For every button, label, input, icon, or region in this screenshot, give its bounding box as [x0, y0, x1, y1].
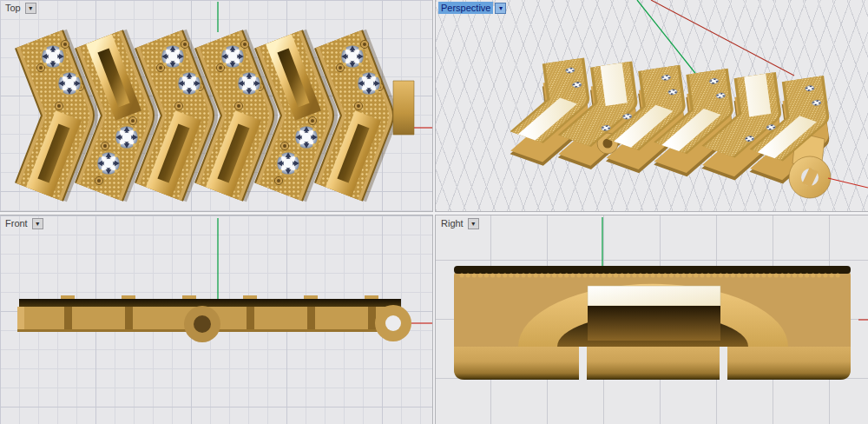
viewport-front-canvas	[0, 215, 432, 424]
x-axis-line-far	[828, 178, 868, 188]
viewport-front[interactable]: Front ▾	[0, 215, 432, 424]
viewport-perspective-canvas	[436, 0, 868, 211]
viewport-top-title[interactable]: Top ▾	[3, 2, 36, 14]
viewport-perspective[interactable]: Perspective ▾	[436, 0, 868, 211]
model-bracelet-perspective[interactable]	[527, 61, 832, 198]
viewport-right-label[interactable]: Right	[438, 217, 466, 229]
viewport-perspective-menu-arrow-icon[interactable]: ▾	[495, 3, 506, 14]
viewport-perspective-label[interactable]: Perspective	[438, 2, 493, 14]
x-axis-line	[651, 0, 794, 76]
viewport-top-canvas	[0, 0, 432, 211]
viewport-front-title[interactable]: Front ▾	[3, 217, 43, 229]
viewport-top-menu-arrow-icon[interactable]: ▾	[25, 3, 36, 14]
viewport-right-title[interactable]: Right ▾	[438, 217, 479, 229]
viewport-right-canvas	[436, 215, 868, 424]
bottom-legs	[454, 347, 851, 380]
viewport-right[interactable]: Right ▾	[436, 215, 868, 424]
viewport-right-menu-arrow-icon[interactable]: ▾	[468, 218, 479, 229]
clasp-tab[interactable]	[393, 81, 414, 135]
model-bracelet-right-view[interactable]	[454, 266, 851, 380]
viewport-front-label[interactable]: Front	[3, 217, 30, 229]
viewport-perspective-title[interactable]: Perspective ▾	[438, 2, 506, 14]
cad-four-view-workspace: Top ▾	[0, 0, 868, 424]
viewport-top-label[interactable]: Top	[3, 2, 23, 14]
model-bracelet-top-view[interactable]	[36, 39, 414, 192]
model-bracelet-front-view[interactable]	[17, 295, 411, 342]
viewport-top[interactable]: Top ▾	[0, 0, 432, 211]
viewport-front-menu-arrow-icon[interactable]: ▾	[32, 218, 43, 229]
